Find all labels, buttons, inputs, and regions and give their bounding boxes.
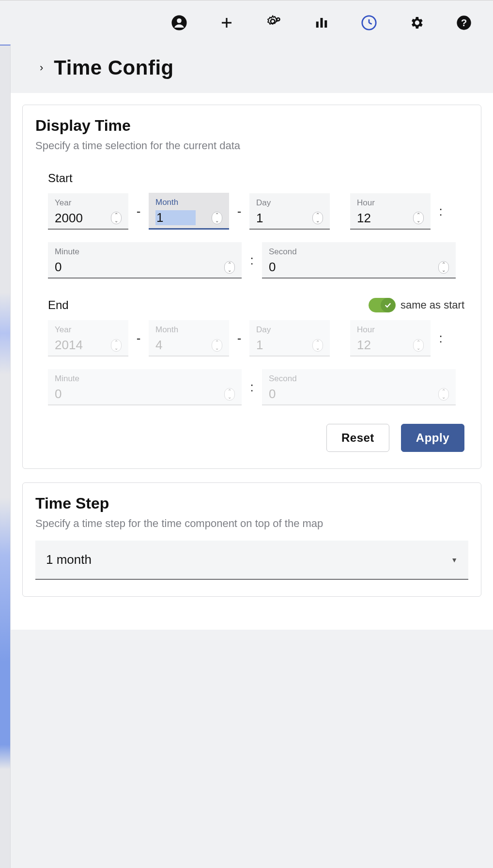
map-sliver [0,45,11,868]
end-hour-value: 12 [357,338,397,353]
dash-sep: - [135,331,142,346]
time-step-card: Time Step Specify a time step for the ti… [22,482,481,597]
svg-point-1 [177,18,182,23]
time-step-select[interactable]: 1 month ▼ [35,541,468,580]
end-minute-stepper: ⌃⌄ [224,388,235,401]
start-minute-stepper[interactable]: ⌃⌄ [224,261,235,274]
start-day-field[interactable]: Day 1 ⌃⌄ [249,193,330,230]
start-label: Start [48,171,468,185]
actions-row: Reset Apply [35,424,464,452]
same-as-start-wrap: same as start [369,298,464,312]
help-icon[interactable]: ? [454,13,474,32]
label-year: Year [55,325,122,335]
start-time-row: Minute 0 ⌃⌄ : Second 0 ⌃⌄ [35,242,468,279]
start-hour-stepper[interactable]: ⌃⌄ [413,212,424,224]
label-month: Month [155,198,222,207]
start-year-stepper[interactable]: ⌃⌄ [111,212,122,224]
dash-sep: - [135,204,142,219]
same-as-start-toggle[interactable] [369,298,396,312]
label-minute: Minute [55,247,235,257]
svg-rect-7 [321,18,323,28]
time-step-value: 1 month [46,552,92,567]
start-hour-field[interactable]: Hour 12 ⌃⌄ [350,193,431,230]
panel-header: › Time Config [11,45,493,93]
apply-button[interactable]: Apply [401,424,464,452]
start-minute-value[interactable]: 0 [55,260,163,275]
colon-sep: : [248,380,255,395]
start-year-field[interactable]: Year 2000 ⌃⌄ [48,193,128,230]
svg-text:?: ? [461,17,467,28]
end-year-field: Year 2014 ⌃⌄ [48,320,128,356]
start-month-value[interactable]: 1 [155,210,196,225]
cogs-icon[interactable] [264,13,284,32]
same-as-start-label: same as start [401,299,464,311]
end-day-value: 1 [256,338,296,353]
bar-chart-icon[interactable] [312,13,331,32]
start-second-value[interactable]: 0 [269,260,377,275]
top-toolbar: ? [0,0,493,45]
check-icon [381,298,395,312]
svg-point-5 [277,18,279,20]
reset-button[interactable]: Reset [326,424,389,452]
label-hour: Hour [357,325,424,335]
end-day-field: Day 1 ⌃⌄ [249,320,330,356]
end-hour-stepper: ⌃⌄ [413,339,424,352]
colon-sep: : [437,331,444,346]
start-day-value[interactable]: 1 [256,211,296,226]
content-area: Display Time Specify a time selection fo… [11,93,493,630]
start-date-row: Year 2000 ⌃⌄ - Month 1 ⌃⌄ - Day [35,193,468,230]
label-hour: Hour [357,198,424,208]
start-year-value[interactable]: 2000 [55,211,95,226]
time-config-panel: › Time Config Display Time Specify a tim… [11,45,493,630]
time-step-title: Time Step [35,495,468,512]
colon-sep: : [437,204,444,219]
gear-icon[interactable] [407,13,426,32]
plus-icon[interactable] [217,13,236,32]
svg-rect-8 [324,20,327,28]
end-second-value: 0 [269,387,377,402]
label-second: Second [269,247,449,257]
start-second-field[interactable]: Second 0 ⌃⌄ [262,242,456,279]
display-time-subtitle: Specify a time selection for the current… [35,140,468,152]
end-date-row: Year 2014 ⌃⌄ - Month 4 ⌃⌄ - Day [35,320,468,356]
display-time-title: Display Time [35,117,468,135]
colon-sep: : [248,253,255,268]
start-second-stepper[interactable]: ⌃⌄ [438,261,449,274]
end-month-value: 4 [155,338,196,353]
svg-rect-6 [316,21,319,28]
blank-sep [337,331,343,346]
start-hour-value[interactable]: 12 [357,211,397,226]
label-minute: Minute [55,374,235,384]
end-second-stepper: ⌃⌄ [438,388,449,401]
start-month-stepper[interactable]: ⌃⌄ [212,212,222,224]
end-minute-value: 0 [55,387,163,402]
start-minute-field[interactable]: Minute 0 ⌃⌄ [48,242,242,279]
end-label: End [48,298,69,312]
dash-sep: - [236,331,243,346]
account-icon[interactable] [169,13,189,32]
svg-line-11 [369,23,372,24]
chevron-right-icon[interactable]: › [40,62,43,74]
start-day-stepper[interactable]: ⌃⌄ [312,212,323,224]
label-second: Second [269,374,449,384]
time-step-subtitle: Specify a time step for the time compone… [35,517,468,530]
clock-icon[interactable] [359,13,379,32]
label-year: Year [55,198,122,208]
blank-sep [337,204,343,219]
end-time-row: Minute 0 ⌃⌄ : Second 0 ⌃⌄ [35,369,468,405]
end-year-stepper: ⌃⌄ [111,339,122,352]
caret-down-icon: ▼ [451,556,458,564]
dash-sep: - [236,204,243,219]
label-month: Month [155,325,222,335]
end-month-stepper: ⌃⌄ [212,339,222,352]
end-year-value: 2014 [55,338,95,353]
end-day-stepper: ⌃⌄ [312,339,323,352]
end-month-field: Month 4 ⌃⌄ [149,320,229,356]
display-time-card: Display Time Specify a time selection fo… [22,105,481,469]
end-minute-field: Minute 0 ⌃⌄ [48,369,242,405]
page-title: Time Config [54,56,173,79]
end-hour-field: Hour 12 ⌃⌄ [350,320,431,356]
start-month-field[interactable]: Month 1 ⌃⌄ [149,193,229,230]
label-day: Day [256,198,323,208]
end-second-field: Second 0 ⌃⌄ [262,369,456,405]
